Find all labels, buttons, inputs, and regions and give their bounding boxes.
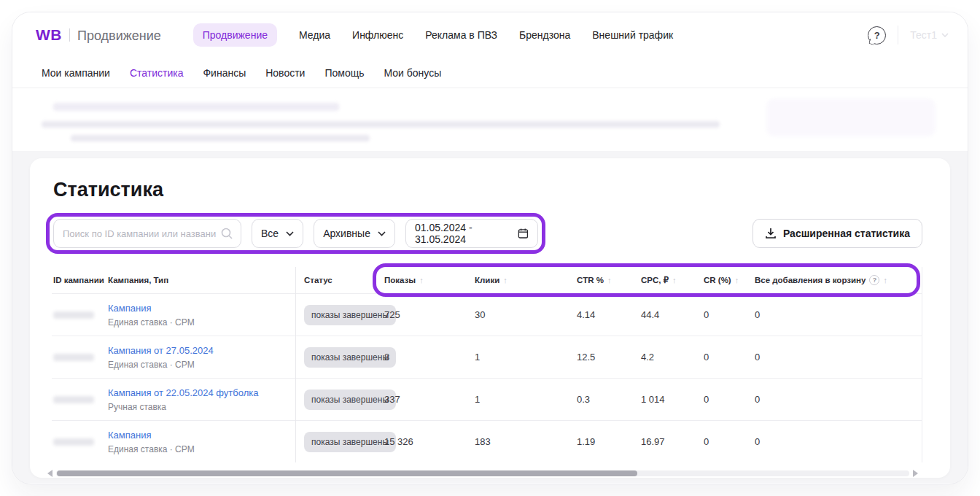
campaign-id-redacted	[53, 311, 94, 319]
search-input[interactable]	[63, 228, 216, 239]
clicks-value: 30	[475, 309, 577, 320]
download-icon	[765, 228, 777, 239]
subnav-item-finansy[interactable]: Финансы	[203, 67, 246, 79]
table-header: ID кампании Кампания, Тип Статус Показы↑…	[52, 267, 922, 293]
ctr-value: 4.14	[577, 309, 641, 320]
nav-item-media[interactable]: Медиа	[299, 29, 330, 41]
scrollbar-thumb[interactable]	[57, 470, 637, 476]
subnav-item-statistika[interactable]: Статистика	[130, 67, 184, 79]
status-badge: показы завершены	[304, 432, 396, 452]
cpc-value: 44.4	[641, 309, 704, 320]
campaign-name-link[interactable]: Кампания от 27.05.2024	[108, 345, 297, 356]
campaign-name-link[interactable]: Кампания	[108, 303, 297, 314]
cart-value: 0	[755, 309, 922, 320]
page-title: Статистика	[53, 179, 950, 201]
archive-filter-select[interactable]: Архивные	[314, 219, 395, 248]
column-header-cart[interactable]: Все добавления в корзину?↑	[755, 275, 922, 285]
column-header-views[interactable]: Показы↑	[384, 276, 475, 284]
column-header-cr[interactable]: CR (%)↑	[704, 276, 755, 284]
date-range-picker[interactable]: 01.05.2024 - 31.05.2024	[405, 219, 538, 248]
campaign-type: Единая ставка · CPM	[108, 360, 297, 370]
clicks-value: 183	[475, 436, 577, 447]
column-header-ctr[interactable]: CTR %↑	[577, 276, 641, 284]
chevron-down-icon	[286, 231, 294, 236]
cpc-value: 4.2	[641, 352, 704, 363]
table-row[interactable]: КампанияЕдиная ставка · CPM показы завер…	[52, 420, 922, 462]
nav-item-brandzona[interactable]: Брендзона	[519, 29, 570, 41]
views-value: 8	[384, 352, 475, 363]
cpc-value: 16.97	[641, 436, 704, 447]
cr-value: 0	[704, 309, 755, 320]
filter-row: Все Архивные 01.05.2024 - 31.05.2024	[53, 219, 922, 248]
sort-arrow-icon: ↑	[419, 276, 424, 284]
clicks-value: 1	[475, 352, 577, 363]
campaign-name-link[interactable]: Кампания от 22.05.2024 футболка	[108, 387, 297, 398]
ctr-value: 1.19	[577, 436, 641, 447]
column-header-id: ID кампании	[53, 276, 108, 284]
campaign-id-redacted	[53, 396, 94, 403]
nav-item-prodvizhenie[interactable]: Продвижение	[193, 23, 277, 47]
scroll-right-icon[interactable]	[913, 470, 918, 477]
app-window: WB Продвижение Продвижение Медиа Инфлюен…	[12, 12, 968, 484]
top-bar-right: ? Тест1	[868, 26, 949, 44]
subnav-item-novosti[interactable]: Новости	[265, 67, 305, 79]
subnav-item-moi-kampanii[interactable]: Мои кампании	[42, 67, 110, 79]
campaign-type: Единая ставка · CPM	[108, 317, 297, 328]
search-field	[53, 219, 241, 248]
campaign-id-redacted	[53, 438, 94, 446]
nav-item-influence[interactable]: Инфлюенс	[352, 29, 403, 41]
table-row[interactable]: Кампания от 27.05.2024Единая ставка · CP…	[52, 336, 922, 378]
clicks-value: 1	[475, 394, 577, 405]
brand-logo[interactable]: WB Продвижение	[36, 26, 161, 44]
wb-logo: WB	[36, 26, 62, 44]
scrollbar-track[interactable]	[56, 470, 909, 476]
extended-stats-label: Расширенная статистика	[783, 228, 910, 239]
sort-arrow-icon: ↑	[735, 276, 739, 284]
scroll-left-icon[interactable]	[47, 470, 52, 477]
help-circle-icon[interactable]: ?	[869, 275, 879, 285]
views-value: 15 326	[384, 436, 475, 447]
subnav-item-pomosh[interactable]: Помощь	[324, 67, 364, 79]
archive-filter-value: Архивные	[323, 228, 370, 239]
column-header-clicks[interactable]: Клики↑	[475, 276, 577, 284]
calendar-icon	[518, 228, 529, 239]
table-row[interactable]: Кампания от 22.05.2024 футболкаРучная ст…	[52, 378, 922, 420]
column-header-campaign: Кампания, Тип	[108, 276, 297, 284]
promo-banner-ghost	[12, 88, 968, 151]
views-value: 725	[384, 309, 475, 320]
divider	[898, 26, 898, 44]
campaigns-table: ID кампании Кампания, Тип Статус Показы↑…	[52, 267, 922, 462]
sort-arrow-icon: ↑	[607, 276, 612, 284]
statistics-card: Статистика Все	[30, 158, 950, 478]
extended-stats-button[interactable]: Расширенная статистика	[752, 219, 922, 248]
cpc-value: 1 014	[641, 394, 704, 405]
column-header-cpc[interactable]: CPC, ₽↑	[641, 275, 704, 285]
top-bar: WB Продвижение Продвижение Медиа Инфлюен…	[12, 12, 968, 58]
filter-group: Все Архивные 01.05.2024 - 31.05.2024	[53, 219, 538, 248]
subnav-item-moi-bonusy[interactable]: Мои бонусы	[384, 67, 442, 79]
ctr-value: 12.5	[577, 352, 641, 363]
help-icon[interactable]: ?	[868, 26, 886, 44]
sort-arrow-icon: ↑	[883, 276, 887, 284]
cart-value: 0	[755, 436, 922, 447]
horizontal-scrollbar[interactable]	[47, 470, 918, 477]
nav-item-vneshniy-trafik[interactable]: Внешний трафик	[592, 29, 673, 41]
banner-ghost-button[interactable]	[766, 98, 936, 136]
sub-nav: Мои кампании Статистика Финансы Новости …	[12, 58, 968, 88]
status-badge: показы завершены	[304, 347, 396, 368]
column-divider	[295, 267, 296, 462]
sort-arrow-icon: ↑	[672, 276, 677, 284]
status-badge: показы завершены	[304, 305, 396, 325]
product-name: Продвижение	[77, 28, 161, 44]
type-filter-value: Все	[261, 228, 279, 239]
table-row[interactable]: КампанияЕдиная ставка · CPM показы завер…	[52, 293, 922, 336]
search-icon	[220, 227, 233, 240]
user-menu[interactable]: Тест1	[910, 29, 949, 41]
campaign-type: Ручная ставка	[108, 402, 297, 412]
nav-item-reklama-pvz[interactable]: Реклама в ПВЗ	[425, 29, 497, 41]
logo-divider	[69, 28, 70, 42]
user-name: Тест1	[910, 29, 937, 41]
ctr-value: 0.3	[577, 394, 641, 405]
campaign-name-link[interactable]: Кампания	[108, 430, 297, 441]
type-filter-select[interactable]: Все	[252, 219, 303, 248]
